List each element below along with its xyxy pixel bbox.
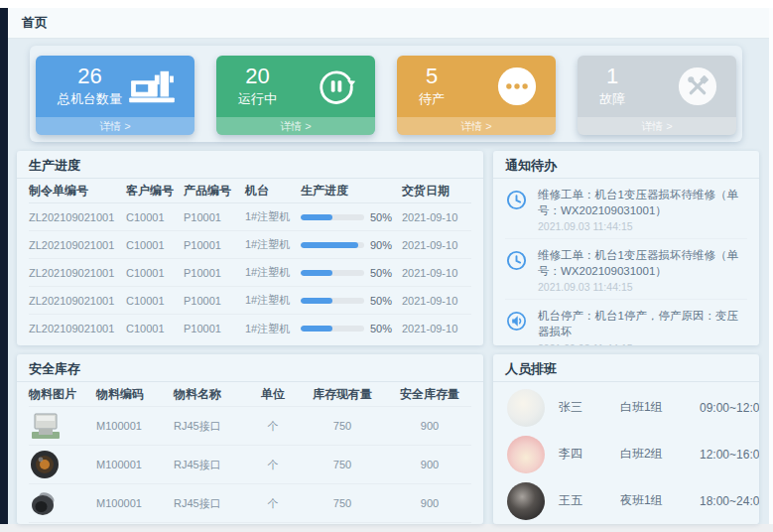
collapsed-sidebar: [0, 8, 8, 524]
table-row: M100001 RJ45接口 个 750 900: [29, 446, 471, 484]
column-header: 物料图片: [29, 386, 96, 403]
product-no: P10001: [184, 295, 245, 307]
notification-body: 维修工单：机台1变压器损坏待维修（单号：WX202109031001） 2021…: [538, 247, 747, 293]
material-name: RJ45接口: [174, 458, 249, 472]
window-bottom-edge: [0, 524, 773, 532]
schedule-list: 张三 白班1组 09:00~12:00 李四 白班2组 12:00~16:00 …: [493, 382, 759, 524]
shift-time: 12:00~16:00: [700, 448, 759, 462]
detail-link[interactable]: 详情 >: [216, 117, 375, 135]
notification-list: 维修工单：机台1变压器损坏待维修（单号：WX202109031001） 2021…: [493, 179, 759, 345]
column-header: 库存现有量: [297, 386, 388, 403]
material-code: M100001: [96, 420, 174, 432]
safety-qty: 900: [388, 420, 471, 432]
speaker-driver-photo: [29, 487, 63, 519]
person-name: 张三: [559, 399, 620, 416]
column-header: 物料名称: [174, 386, 249, 403]
card-value: 26: [58, 65, 122, 88]
detail-link[interactable]: 详情 >: [397, 117, 556, 135]
card-label: 总机台数量: [58, 90, 122, 108]
order-no: ZL202109021001: [29, 323, 126, 334]
shift-label: 白班2组: [620, 446, 700, 463]
progress-label: 50%: [370, 323, 392, 334]
machine: 1#注塑机: [245, 209, 301, 224]
detail-link[interactable]: 详情 >: [578, 117, 736, 135]
notification-body: 机台停产：机台1停产，停产原因：变压器损坏 2021.09.03 11:44:1…: [538, 308, 747, 345]
delivery-date: 2021-09-10: [402, 267, 471, 279]
machine: 1#注塑机: [245, 237, 301, 252]
card-main: 26 总机台数量: [36, 56, 194, 117]
unit: 个: [249, 496, 297, 511]
personnel-schedule-panel: 人员排班 张三 白班1组 09:00~12:00 李四 白班2组 12:00~1…: [493, 354, 759, 524]
product-no: P10001: [184, 267, 245, 279]
stat-card-total-machines[interactable]: 26 总机台数量 详情 >: [36, 56, 194, 135]
customer-no: C10001: [126, 267, 184, 279]
customer-no: C10001: [126, 295, 184, 307]
schedule-row: 李四 白班2组 12:00~16:00: [507, 431, 745, 477]
detail-link[interactable]: 详情 >: [36, 117, 194, 135]
panel-title: 通知待办: [493, 151, 759, 179]
material-code: M100001: [96, 497, 174, 509]
column-header: 产品编号: [184, 183, 245, 200]
schedule-row: 张三 白班1组 09:00~12:00: [507, 384, 745, 431]
column-header: 物料编码: [96, 386, 174, 403]
delivery-date: 2021-09-10: [402, 239, 471, 251]
tools-icon: [677, 66, 718, 107]
progress-cell: 90%: [301, 239, 402, 251]
avatar: [507, 436, 545, 473]
machine: 1#注塑机: [245, 265, 301, 280]
customer-no: C10001: [126, 211, 184, 223]
table-row: M100001 RJ45接口 个 750 900: [29, 484, 471, 523]
rj45-connector-photo: [29, 410, 63, 442]
column-header: 单位: [249, 386, 297, 403]
progress-label: 50%: [370, 295, 392, 307]
production-progress-panel: 生产进度 制令单编号 客户编号 产品编号 机台 生产进度 交货日期 ZL2021…: [17, 151, 483, 345]
machine: 1#注塑机: [245, 293, 301, 308]
column-header: 生产进度: [301, 183, 402, 200]
progress-bar: [301, 242, 364, 248]
card-main: 1 故障: [578, 56, 736, 117]
notification-time: 2021.09.03 11:44:15: [538, 342, 747, 345]
safety-inventory-panel: 安全库存 物料图片 物料编码 物料名称 单位 库存现有量 安全库存量: [17, 354, 483, 524]
shift-time: 09:00~12:00: [700, 401, 759, 415]
machine-icon: [127, 67, 177, 105]
notification-body: 维修工单：机台1变压器损坏待维修（单号：WX202109031001） 2021…: [538, 187, 747, 232]
stat-card-pending[interactable]: 5 待产 详情 >: [397, 56, 556, 135]
stock-qty: 750: [297, 459, 388, 470]
stock-qty: 750: [297, 420, 388, 432]
notification-time: 2021.09.03 11:44:15: [538, 220, 747, 232]
clock-icon: [505, 247, 529, 293]
person-name: 李四: [559, 446, 620, 463]
column-header: 安全库存量: [388, 386, 471, 403]
customer-no: C10001: [126, 239, 184, 251]
card-main: 5 待产: [397, 56, 556, 117]
card-label: 运行中: [238, 90, 277, 108]
delivery-date: 2021-09-10: [402, 211, 471, 223]
avatar: [507, 482, 545, 520]
progress-cell: 50%: [301, 295, 402, 307]
notification-item[interactable]: 维修工单：机台1变压器损坏待维修（单号：WX202109031001） 2021…: [505, 239, 747, 300]
order-no: ZL202109021001: [29, 211, 126, 223]
table-row: ZL202109021001 C10001 P10001 1#注塑机 50% 2…: [29, 203, 471, 231]
progress-bar: [301, 214, 364, 220]
notification-item[interactable]: 机台停产：机台1停产，停产原因：变压器损坏 2021.09.03 11:44:1…: [505, 300, 747, 345]
order-no: ZL202109021001: [29, 239, 126, 251]
safety-qty: 900: [388, 497, 471, 509]
table-row: ZL202109021001 C10001 P10001 1#注塑机 50% 2…: [29, 287, 471, 315]
tab-home[interactable]: 首页: [22, 14, 48, 32]
stat-card-running[interactable]: 20 运行中 详情 >: [216, 56, 375, 135]
stock-qty: 750: [297, 497, 388, 509]
panel-title: 生产进度: [17, 151, 483, 179]
progress-bar: [301, 326, 364, 332]
stat-card-fault[interactable]: 1 故障 详情 >: [578, 56, 736, 135]
material-code: M100001: [96, 459, 174, 470]
notification-text: 维修工单：机台1变压器损坏待维修（单号：WX202109031001）: [538, 187, 747, 218]
table-header-row: 制令单编号 客户编号 产品编号 机台 生产进度 交货日期: [29, 179, 471, 203]
card-value: 20: [238, 65, 277, 88]
panel-title: 安全库存: [17, 354, 483, 382]
table-row: ZL202109021001 C10001 P10001 1#注塑机 90% 2…: [29, 231, 471, 259]
card-label: 待产: [419, 90, 445, 108]
notification-item[interactable]: 维修工单：机台1变压器损坏待维修（单号：WX202109031001） 2021…: [505, 179, 747, 239]
notifications-panel: 通知待办 维修工单：机台1变压器损坏待维修（单号：WX202109031001）…: [493, 151, 759, 345]
card-label: 故障: [599, 90, 625, 108]
product-no: P10001: [184, 323, 245, 334]
